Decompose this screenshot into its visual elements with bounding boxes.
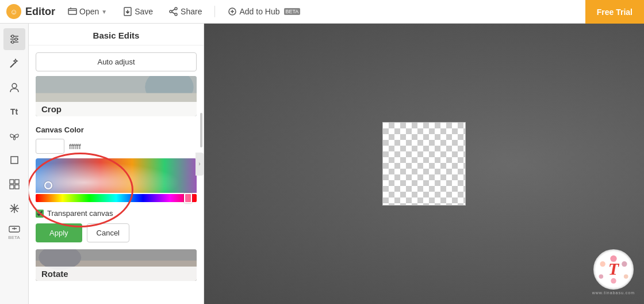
- text-icon: Tt: [10, 107, 18, 116]
- free-trial-button[interactable]: Free Trial: [585, 0, 644, 24]
- svg-point-4: [175, 7, 177, 10]
- svg-rect-17: [10, 180, 14, 184]
- color-picker-container: [36, 158, 197, 204]
- svg-point-35: [622, 261, 627, 267]
- svg-point-6: [170, 10, 172, 13]
- canvas-area: T www.tinabasu.com: [204, 24, 644, 304]
- butterfly-icon: [9, 130, 20, 142]
- apply-button[interactable]: Apply: [36, 223, 82, 242]
- svg-point-12: [15, 38, 17, 40]
- color-picker-area[interactable]: [36, 158, 197, 204]
- svg-line-14: [10, 63, 14, 67]
- color-hex-value: ffffff: [69, 142, 81, 151]
- transparent-canvas-checkbox[interactable]: [36, 210, 44, 218]
- canvas-color-section: Canvas Color ffffff: [29, 121, 204, 242]
- grid-icon: [9, 178, 20, 190]
- rotate-label: Rotate: [36, 267, 197, 281]
- svg-text:T: T: [608, 259, 620, 279]
- app-name: Editor: [25, 6, 55, 18]
- svg-rect-16: [11, 157, 18, 164]
- open-chevron-icon: ▼: [101, 9, 107, 15]
- crop-section-thumb[interactable]: Crop: [36, 76, 197, 116]
- svg-point-36: [624, 274, 628, 279]
- app-logo-icon: ☺: [6, 3, 22, 20]
- share-button[interactable]: Share: [166, 5, 205, 18]
- svg-text:☺: ☺: [10, 7, 17, 16]
- beta-label: BETA: [8, 235, 20, 240]
- svg-point-38: [599, 274, 603, 279]
- crop-label: Crop: [36, 102, 197, 116]
- panel-title: Basic Edits: [29, 24, 204, 45]
- rotate-section-thumb[interactable]: Rotate: [36, 249, 197, 281]
- add-to-hub-label: Add to Hub: [239, 7, 279, 16]
- watermark-container: T www.tinabasu.com: [592, 249, 635, 295]
- transparent-canvas-row: Transparent canvas: [36, 209, 197, 218]
- cancel-button[interactable]: Cancel: [87, 223, 129, 242]
- panel: Basic Edits Auto adjust Crop Canvas Colo…: [29, 24, 204, 304]
- svg-point-13: [12, 41, 14, 43]
- add-beta-icon: [9, 226, 20, 235]
- snowflake-icon: [9, 203, 20, 214]
- auto-adjust-button[interactable]: Auto adjust: [36, 52, 197, 71]
- sidebar-item-crop[interactable]: [3, 149, 25, 171]
- color-input-row: ffffff: [36, 139, 197, 154]
- open-icon: [68, 7, 77, 16]
- svg-point-15: [12, 83, 17, 88]
- adjustments-icon: [9, 33, 20, 45]
- save-icon: [123, 7, 132, 16]
- save-button[interactable]: Save: [120, 5, 156, 18]
- panel-collapse-arrow[interactable]: ›: [195, 153, 204, 176]
- sidebar-item-text[interactable]: Tt: [3, 101, 25, 123]
- separator: [214, 6, 215, 17]
- color-hue-bar[interactable]: [36, 194, 197, 202]
- open-label: Open: [79, 7, 99, 16]
- sidebar-item-adjustments[interactable]: [3, 28, 25, 50]
- svg-point-37: [600, 261, 605, 267]
- color-hue-handle[interactable]: [184, 193, 192, 203]
- sidebar-item-magic-wand[interactable]: [3, 52, 25, 74]
- logo-area: ☺ Editor: [6, 3, 55, 20]
- svg-rect-2: [68, 9, 76, 14]
- color-gradient-overlay: [36, 158, 197, 193]
- magic-wand-icon: [9, 58, 20, 69]
- panel-scrollbar[interactable]: [200, 113, 202, 147]
- canvas-color-title: Canvas Color: [36, 126, 197, 134]
- main-area: Tt BETA Basic Edits Auto adjust: [0, 24, 644, 304]
- svg-point-5: [175, 13, 177, 16]
- svg-rect-20: [15, 185, 19, 189]
- action-buttons: Apply Cancel: [36, 223, 197, 242]
- color-selection-handle[interactable]: [44, 181, 52, 189]
- sidebar-item-portrait[interactable]: [3, 77, 25, 98]
- add-to-hub-icon: [228, 7, 237, 16]
- crop-icon: [9, 154, 20, 166]
- open-button[interactable]: Open ▼: [64, 5, 110, 18]
- watermark-url: www.tinabasu.com: [592, 291, 635, 295]
- sidebar-item-grid[interactable]: [3, 173, 25, 195]
- transparent-canvas-label[interactable]: Transparent canvas: [47, 209, 113, 218]
- icon-sidebar: Tt BETA: [0, 24, 29, 304]
- beta-badge: BETA: [284, 8, 301, 15]
- svg-rect-19: [10, 185, 14, 189]
- sidebar-item-snowflake[interactable]: [3, 197, 25, 219]
- watermark-logo: T: [593, 249, 634, 290]
- color-swatch[interactable]: [36, 139, 64, 154]
- svg-rect-18: [15, 180, 19, 184]
- svg-point-39: [611, 278, 616, 283]
- canvas-image: [382, 122, 466, 206]
- person-icon: [9, 82, 20, 93]
- share-label: Share: [181, 7, 202, 16]
- svg-point-11: [12, 35, 14, 37]
- top-bar: ☺ Editor Open ▼ Save Share Add to Hub BE…: [0, 0, 644, 24]
- watermark: T www.tinabasu.com: [592, 249, 635, 295]
- save-label: Save: [135, 7, 153, 16]
- sidebar-item-beta[interactable]: BETA: [3, 222, 25, 244]
- color-gradient-main: [36, 158, 197, 193]
- watermark-logo-svg: T: [595, 249, 632, 290]
- share-icon: [169, 7, 178, 16]
- sidebar-item-effects[interactable]: [3, 125, 25, 147]
- add-to-hub-button[interactable]: Add to Hub BETA: [224, 5, 304, 18]
